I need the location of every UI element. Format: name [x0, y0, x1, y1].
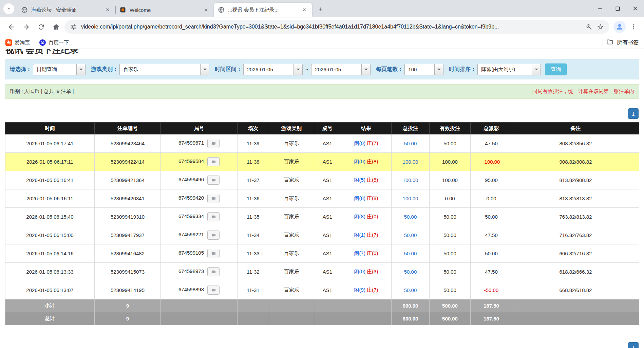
search-button[interactable]: 查询: [545, 63, 567, 75]
dropdown-arrow-icon[interactable]: [293, 64, 303, 75]
video-replay-button[interactable]: [207, 194, 220, 203]
video-replay-button[interactable]: [207, 176, 220, 185]
new-tab-button[interactable]: [315, 3, 326, 15]
total-bet-link[interactable]: 50.00: [404, 214, 417, 220]
cell-valid-bet: 50.00: [430, 226, 471, 244]
video-icon: [211, 159, 216, 164]
close-icon[interactable]: ×: [301, 6, 308, 14]
tab-haiyan-forum[interactable]: 海燕论坛 - 安全验证 ×: [17, 3, 115, 17]
date-from-select[interactable]: [243, 64, 303, 75]
forward-button[interactable]: [20, 20, 33, 33]
sort-select[interactable]: [477, 64, 541, 75]
close-window-button[interactable]: [626, 0, 644, 17]
minimize-button[interactable]: [591, 0, 609, 17]
total-bet-link[interactable]: 100.00: [403, 177, 418, 183]
game-type-input[interactable]: [119, 64, 200, 75]
date-to-select[interactable]: [311, 64, 371, 75]
address-bar[interactable]: videoie.com/ipl/portal.php/game/betrecor…: [64, 20, 609, 34]
cell-valid-bet: 50.00: [430, 244, 471, 263]
video-icon: [211, 233, 216, 238]
page-size-select[interactable]: [404, 64, 443, 75]
dropdown-arrow-icon[interactable]: [532, 64, 541, 75]
cell-table-no: AS1: [314, 244, 341, 263]
video-replay-button[interactable]: [207, 157, 220, 166]
total-bet-link[interactable]: 50.00: [404, 232, 417, 238]
bookmark-star-icon[interactable]: [597, 23, 604, 31]
video-replay-button[interactable]: [207, 286, 220, 295]
video-replay-button[interactable]: [207, 231, 220, 240]
video-replay-button[interactable]: [207, 212, 220, 221]
table-row: 2026-01-05 06:15:00523099417937674599221…: [5, 226, 639, 244]
url-text[interactable]: videoie.com/ipl/portal.php/game/betrecor…: [81, 24, 582, 30]
close-icon[interactable]: ×: [202, 6, 210, 14]
close-icon[interactable]: ×: [104, 6, 111, 14]
video-icon: [211, 288, 216, 293]
browser-menu-button[interactable]: [628, 21, 639, 33]
browser-window: 海燕论坛 - 安全验证 × Welcome × :::视讯 会员下注纪录::: …: [0, 0, 644, 348]
total-bet-link[interactable]: 50.00: [404, 251, 417, 256]
page-1-button[interactable]: 1: [628, 108, 639, 119]
payout-value: 50.00: [485, 251, 498, 256]
cell-payout: 95.00: [471, 171, 512, 189]
navigation-bar: videoie.com/ipl/portal.php/game/betrecor…: [0, 17, 644, 37]
tab-bet-record[interactable]: :::视讯 会员下注纪录::: ×: [214, 3, 312, 17]
game-type-select[interactable]: [119, 64, 209, 75]
total-bet-link[interactable]: 100.00: [403, 159, 418, 165]
tab-title: 海燕论坛 - 安全验证: [31, 7, 104, 13]
round-number: 674599584: [178, 158, 204, 164]
payout-value: 95.00: [485, 177, 498, 183]
dropdown-arrow-icon[interactable]: [200, 64, 209, 75]
bookmark-baidu[interactable]: 百度一下: [39, 39, 69, 46]
payout-value: 47.50: [485, 232, 498, 238]
round-number: 674598898: [178, 287, 204, 292]
total-bet-link[interactable]: 50.00: [404, 141, 417, 146]
date-to-input[interactable]: [311, 64, 361, 75]
cell-game-type: 百家乐: [269, 189, 314, 208]
cell-table-no: AS1: [314, 208, 341, 226]
page-size-input[interactable]: [404, 64, 434, 75]
zoom-icon[interactable]: [586, 23, 593, 31]
back-button[interactable]: [5, 20, 18, 33]
minimize-icon: [598, 6, 602, 11]
page-1-button[interactable]: 1: [628, 342, 639, 348]
cell-time: 2026-01-05 06:17:11: [5, 153, 95, 171]
cell-round: 674599420: [161, 189, 238, 208]
dropdown-arrow-icon[interactable]: [76, 64, 86, 75]
table-row: 2026-01-05 06:14:16523099416482674599105…: [5, 244, 639, 263]
kebab-menu-icon: [630, 23, 637, 30]
tab-search-button[interactable]: [3, 3, 14, 14]
total-bet-link[interactable]: 100.00: [403, 196, 418, 201]
tab-welcome[interactable]: Welcome ×: [115, 3, 214, 17]
maximize-button[interactable]: [609, 0, 626, 17]
total-bet-link[interactable]: 50.00: [404, 287, 417, 293]
dropdown-arrow-icon[interactable]: [361, 64, 371, 75]
bookmark-taobao[interactable]: 淘 爱淘宝: [5, 39, 30, 46]
banker-result: 庄(0): [367, 250, 378, 256]
date-from-input[interactable]: [243, 64, 293, 75]
video-replay-button[interactable]: [207, 139, 220, 148]
cell-payout: 50.00: [471, 244, 512, 263]
dropdown-arrow-icon[interactable]: [434, 64, 443, 75]
header-game-type: 游戏类别: [269, 123, 314, 134]
profile-avatar[interactable]: [613, 21, 626, 33]
query-type-select[interactable]: [33, 64, 86, 75]
date-range-label: 时间区间：: [215, 66, 242, 73]
cell-round: 674599334: [161, 208, 238, 226]
bookmarks-bar: 淘 爱淘宝 百度一下 所有书签: [0, 37, 644, 49]
cell-total-bet: 100.00: [392, 171, 430, 189]
cell-note: 908.82/808.82: [512, 153, 639, 171]
total-label: 总计: [5, 312, 95, 325]
header-table-no: 桌号: [314, 123, 341, 134]
summary-left-text: 币别 : 人民币 | 总共 :9 注单 |: [10, 88, 74, 95]
video-replay-button[interactable]: [207, 267, 220, 276]
refresh-button[interactable]: [35, 20, 48, 33]
header-valid-bet: 有效投注: [430, 123, 471, 134]
sort-input[interactable]: [477, 64, 532, 75]
home-button[interactable]: [50, 20, 62, 33]
video-icon: [211, 214, 216, 219]
query-type-input[interactable]: [33, 64, 76, 75]
video-replay-button[interactable]: [207, 249, 220, 258]
round-number: 674599420: [178, 195, 204, 201]
total-bet-link[interactable]: 50.00: [404, 269, 417, 275]
all-bookmarks-label[interactable]: 所有书签: [617, 39, 639, 46]
